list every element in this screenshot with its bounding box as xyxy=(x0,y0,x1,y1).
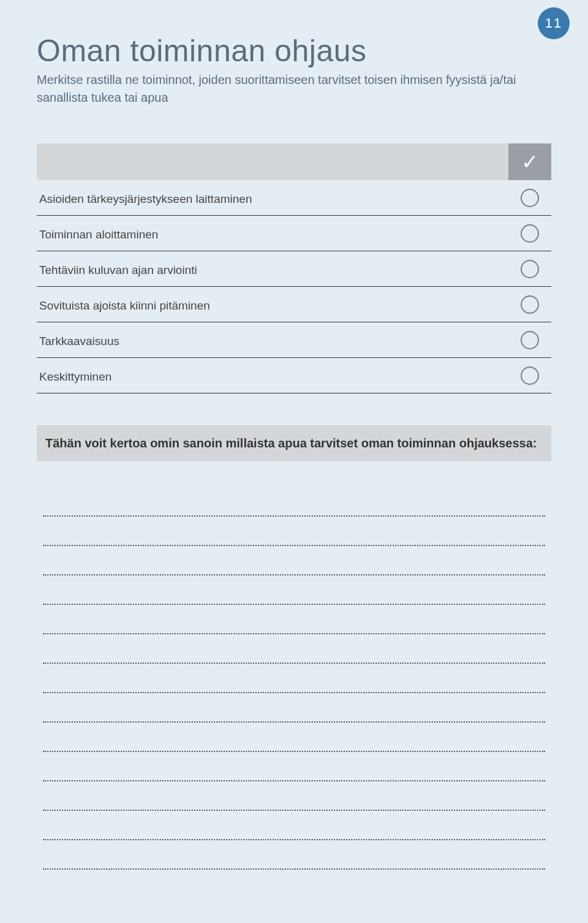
checkbox-circle[interactable] xyxy=(521,224,539,243)
writing-line[interactable] xyxy=(43,664,545,693)
page-title: Oman toiminnan ohjaus xyxy=(37,33,551,69)
writing-line[interactable] xyxy=(43,840,545,870)
check-icon: ✓ xyxy=(521,150,538,174)
free-text-prompt: Tähän voit kertoa omin sanoin millaista … xyxy=(37,425,551,462)
page-subtitle: Merkitse rastilla ne toiminnot, joiden s… xyxy=(37,71,551,107)
checkbox-cell xyxy=(508,331,551,349)
prompt-text: Tähän voit kertoa omin sanoin millaista … xyxy=(45,436,537,450)
checkbox-circle[interactable] xyxy=(521,367,539,385)
check-column-header: ✓ xyxy=(508,143,551,180)
table-header-blank xyxy=(37,143,508,180)
checkbox-cell xyxy=(508,367,551,385)
page-number-badge: 11 xyxy=(538,7,570,39)
writing-line[interactable] xyxy=(43,811,545,840)
checklist-label: Sovituista ajoista kiinni pitäminen xyxy=(37,291,508,319)
writing-line[interactable] xyxy=(43,723,545,752)
checklist-row: Tarkkaavaisuus xyxy=(37,322,551,358)
checklist-row: Tehtäviin kuluvan ajan arviointi xyxy=(37,251,551,287)
checklist-row: Asioiden tärkeysjärjestykseen laittamine… xyxy=(37,180,551,216)
page-content: Oman toiminnan ohjaus Merkitse rastilla … xyxy=(0,0,588,894)
writing-line[interactable] xyxy=(43,487,545,517)
writing-lines xyxy=(37,487,551,870)
writing-line[interactable] xyxy=(43,781,545,811)
writing-line[interactable] xyxy=(43,693,545,723)
checkbox-cell xyxy=(508,224,551,243)
checkbox-cell xyxy=(508,260,551,278)
checkbox-cell xyxy=(508,189,551,207)
checklist-label: Toiminnan aloittaminen xyxy=(37,219,508,248)
checkbox-cell xyxy=(508,295,551,314)
checklist-row: Keskittyminen xyxy=(37,358,551,393)
writing-line[interactable] xyxy=(43,517,545,546)
checkbox-circle[interactable] xyxy=(521,295,539,314)
checklist-row: Toiminnan aloittaminen xyxy=(37,216,551,251)
checkbox-circle[interactable] xyxy=(521,260,539,278)
checklist-label: Tehtäviin kuluvan ajan arviointi xyxy=(37,255,508,283)
writing-line[interactable] xyxy=(43,575,545,605)
checklist-row: Sovituista ajoista kiinni pitäminen xyxy=(37,287,551,322)
checkbox-circle[interactable] xyxy=(521,189,539,207)
page-number: 11 xyxy=(545,15,562,31)
checklist-table: ✓ Asioiden tärkeysjärjestykseen laittami… xyxy=(37,143,551,393)
checklist-label: Keskittyminen xyxy=(37,362,508,390)
writing-line[interactable] xyxy=(43,752,545,781)
writing-line[interactable] xyxy=(43,546,545,575)
checklist-label: Asioiden tärkeysjärjestykseen laittamine… xyxy=(37,184,508,212)
writing-line[interactable] xyxy=(43,634,545,664)
table-header: ✓ xyxy=(37,143,551,180)
checklist-label: Tarkkaavaisuus xyxy=(37,326,508,354)
writing-line[interactable] xyxy=(43,605,545,634)
checkbox-circle[interactable] xyxy=(521,331,539,349)
